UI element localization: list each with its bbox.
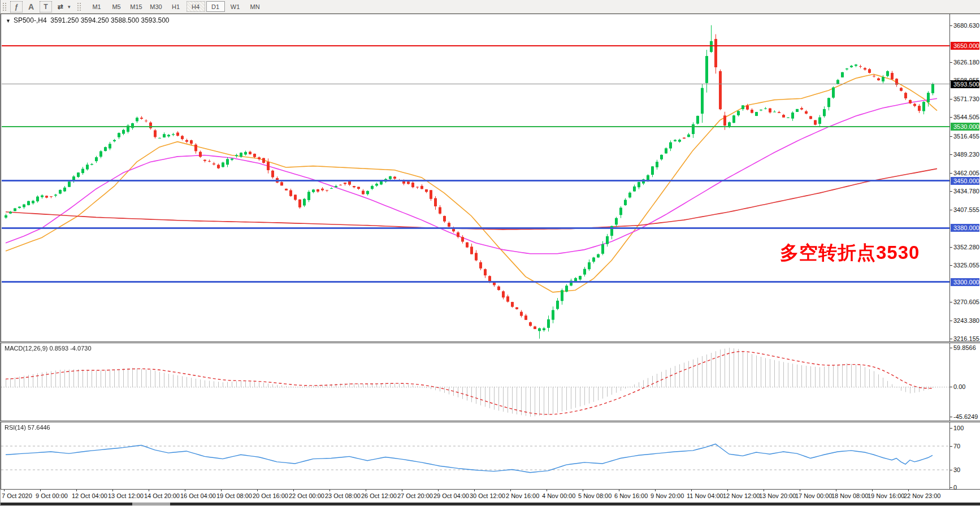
- time-tick-label: 17 Nov 00:00: [795, 492, 832, 499]
- time-tick-mark: [836, 490, 836, 491]
- macd-axis[interactable]: 59.85660.00-45.6249: [949, 343, 980, 421]
- price-tick-mark: [950, 117, 952, 118]
- price-tick-mark: [950, 62, 952, 63]
- time-tick-mark: [366, 490, 366, 491]
- price-tick-mark: [950, 265, 952, 266]
- horizontal-scrollbar[interactable]: [1, 502, 980, 506]
- text-label-icon[interactable]: T: [40, 1, 52, 12]
- price-tick-label: 3434.780: [953, 188, 979, 194]
- price-tick-label: 3516.455: [953, 133, 979, 140]
- time-tick-label: 2 Nov 16:00: [506, 492, 539, 499]
- horizontal-line-3450.000[interactable]: [2, 180, 949, 181]
- time-tick-label: 11 Nov 04:00: [687, 492, 723, 499]
- cursor-mode-icon[interactable]: ⇄: [54, 1, 67, 12]
- time-tick-label: 9 Nov 20:00: [651, 492, 684, 499]
- horizontal-line-3650.000[interactable]: [2, 45, 949, 46]
- timeframe-toolbar: M1M5M15M30H1H4D1W1MN: [87, 1, 265, 12]
- ohlc-readout: 3591.250 3594.250 3588.500 3593.500: [50, 16, 169, 24]
- macd-chart-area[interactable]: [1, 343, 949, 421]
- time-tick-mark: [655, 490, 656, 491]
- time-tick-label: 12 Nov 12:00: [723, 492, 760, 499]
- horizontal-line-3380.000[interactable]: [2, 227, 949, 229]
- time-tick-mark: [727, 490, 728, 491]
- toolbar: ƒ A T ⇄ ▾ M1M5M15M30H1H4D1W1MN: [1, 0, 980, 14]
- mt4-window: ƒ A T ⇄ ▾ M1M5M15M30H1H4D1W1MN ▼SP500-,H…: [0, 0, 980, 506]
- toolbar-drag-handle[interactable]: [2, 2, 7, 11]
- time-tick-label: 19 Nov 16:00: [868, 492, 904, 499]
- dropdown-caret-icon[interactable]: ▾: [68, 4, 71, 10]
- macd-tick-mark: [950, 387, 952, 387]
- price-axis[interactable]: 3680.6303626.1803598.9553571.7303544.505…: [949, 14, 980, 341]
- price-badge-3530.000: 3530.000: [951, 123, 979, 131]
- time-tick-mark: [908, 490, 909, 491]
- rsi-axis[interactable]: 10070300: [949, 422, 980, 489]
- timeframe-button-m15[interactable]: M15: [127, 1, 146, 12]
- indicators-icon[interactable]: ƒ: [10, 1, 23, 12]
- price-tick-label: 3325.055: [953, 262, 979, 269]
- time-tick-mark: [800, 490, 800, 491]
- time-tick-label: 9 Oct 00:00: [36, 492, 68, 499]
- price-tick-mark: [950, 154, 952, 155]
- rsi-chart-area[interactable]: [1, 422, 949, 489]
- rsi-tick-mark: [950, 428, 952, 429]
- rsi-tick-label: 70: [953, 443, 960, 449]
- horizontal-line-3593.500[interactable]: [2, 84, 949, 84]
- main-chart-panel: ▼SP500-,H4 3591.250 3594.250 3588.500 35…: [1, 14, 980, 342]
- timeframe-button-d1[interactable]: D1: [206, 1, 225, 12]
- price-tick-label: 3680.630: [953, 22, 979, 29]
- macd-tick-label: 0.00: [953, 383, 965, 390]
- time-tick-mark: [872, 490, 873, 491]
- timeframe-button-m5[interactable]: M5: [107, 1, 126, 12]
- timeframe-button-h4[interactable]: H4: [187, 1, 205, 12]
- timeframe-button-mn[interactable]: MN: [246, 1, 264, 12]
- price-tick-label: 3462.005: [953, 170, 979, 176]
- time-tick-label: 13 Oct 12:00: [108, 492, 144, 499]
- price-tick-label: 3270.605: [953, 299, 979, 305]
- time-tick-mark: [4, 490, 5, 491]
- macd-name: MACD(12,26,9): [5, 345, 47, 352]
- time-tick-mark: [510, 490, 511, 491]
- timeframe-button-h1[interactable]: H1: [167, 1, 185, 12]
- rsi-value: 57.6446: [28, 424, 50, 431]
- time-tick-label: 22 Oct 00:00: [289, 492, 324, 499]
- timeframe-button-m30[interactable]: M30: [147, 1, 166, 12]
- scrollbar-thumb-right[interactable]: [170, 503, 980, 505]
- time-tick-label: 12 Oct 04:00: [72, 492, 107, 499]
- price-tick-label: 3571.730: [953, 96, 979, 102]
- price-tick-mark: [950, 339, 952, 339]
- time-tick-label: 13 Nov 20:00: [759, 492, 796, 499]
- price-badge-3300.000: 3300.000: [951, 278, 979, 286]
- annotation-text[interactable]: 多空转折点3530: [780, 240, 920, 266]
- time-tick-label: 4 Nov 00:00: [542, 492, 575, 499]
- time-tick-mark: [112, 490, 113, 491]
- macd-values: 0.8593 -4.0730: [49, 345, 91, 352]
- rsi-tick-mark: [950, 470, 952, 470]
- horizontal-line-3530.000[interactable]: [2, 126, 949, 127]
- price-tick-mark: [950, 191, 952, 192]
- time-tick-mark: [438, 490, 439, 491]
- macd-tick-label: -45.6249: [953, 413, 978, 420]
- price-badge-3650.000: 3650.000: [951, 42, 979, 50]
- scrollbar-track-gap[interactable]: [132, 503, 170, 505]
- rsi-panel: RSI(14) 57.6446 10070300: [1, 422, 980, 490]
- candlestick-chart-area[interactable]: [1, 14, 949, 341]
- time-tick-label: 5 Nov 08:00: [578, 492, 612, 499]
- timeframe-toolbar-drag-handle[interactable]: [77, 2, 81, 11]
- font-icon[interactable]: A: [25, 1, 37, 12]
- price-tick-mark: [950, 302, 952, 302]
- rsi-name: RSI(14): [5, 424, 26, 431]
- timeframe-button-m1[interactable]: M1: [88, 1, 106, 12]
- time-axis[interactable]: 7 Oct 20209 Oct 00:0012 Oct 04:0013 Oct …: [1, 490, 980, 502]
- rsi-tick-label: 100: [953, 425, 964, 431]
- time-tick-label: 20 Oct 16:00: [253, 492, 288, 499]
- chart-title: ▼SP500-,H4 3591.250 3594.250 3588.500 35…: [6, 16, 170, 24]
- scrollbar-thumb-left[interactable]: [1, 503, 132, 505]
- symbol-dropdown-icon[interactable]: ▼: [6, 18, 11, 24]
- time-tick-mark: [221, 490, 222, 491]
- time-tick-mark: [619, 490, 619, 491]
- timeframe-button-w1[interactable]: W1: [226, 1, 245, 12]
- time-tick-mark: [76, 490, 77, 491]
- horizontal-line-3300.000[interactable]: [2, 281, 949, 283]
- macd-tick-mark: [950, 348, 952, 348]
- macd-panel: MACD(12,26,9) 0.8593 -4.0730 59.85660.00…: [1, 343, 980, 421]
